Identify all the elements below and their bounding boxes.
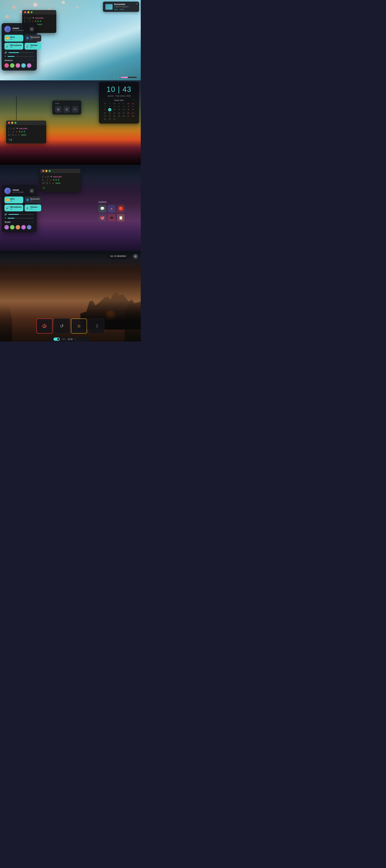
cp-tile-wifi-1[interactable]: 📶 Wi-fi On: [4, 35, 23, 41]
cal-day-24[interactable]: 24: [112, 115, 116, 117]
cal-day-11[interactable]: 11: [117, 108, 121, 111]
terminal-body-3: ( \./) ♥ awesome ( _ ) 🔸 6.6.8 c( )( ) 🔸…: [40, 173, 81, 192]
ql-drive[interactable]: 🔺: [108, 205, 115, 212]
min-dot-3[interactable]: [46, 170, 48, 172]
cal-day-25[interactable]: 25: [117, 115, 121, 117]
close-dot-3[interactable]: [42, 170, 44, 172]
close-dot-2[interactable]: [8, 122, 10, 124]
color-swatch-3[interactable]: [16, 63, 20, 68]
ql-gmail[interactable]: ✉: [108, 214, 115, 222]
cp-theme-arrows-2[interactable]: 〈 〉 ✓: [27, 221, 34, 223]
cal-prev-btn[interactable]: ←: [103, 99, 105, 101]
power-sleep-btn[interactable]: ☽: [88, 318, 105, 334]
cal-day-6[interactable]: 6: [126, 105, 130, 108]
cal-day-1[interactable]: 1: [103, 105, 107, 108]
terminal-line-3-2: ( _ ) 🔸 6.6.8: [42, 179, 79, 182]
cal-day-15[interactable]: 15: [103, 112, 107, 114]
cp-settings-btn-1[interactable]: ⊞: [30, 27, 34, 31]
ql-whatsapp[interactable]: 💬: [98, 205, 106, 212]
cp-uptime-1: up 29 minutes: [12, 29, 30, 31]
cal-day-19[interactable]: 19: [122, 112, 126, 114]
close-dot-1[interactable]: [24, 11, 26, 13]
color-swatch-2[interactable]: [10, 63, 14, 68]
cal-day-28[interactable]: 28: [131, 115, 135, 117]
cal-day-2[interactable]: 2: [108, 105, 112, 108]
cal-day-12[interactable]: 12: [122, 108, 126, 111]
cal-day-31[interactable]: 31: [112, 118, 116, 120]
cal-day-3[interactable]: 3: [112, 105, 116, 108]
cal-day-5[interactable]: 5: [122, 105, 126, 108]
cp-tile-mic-2[interactable]: 🎤 Microphone On: [4, 205, 23, 211]
tool-btn-resize[interactable]: ⊟: [63, 106, 70, 113]
tools-buttons: ⊞ ⊟ ✏: [55, 106, 79, 113]
cal-empty-1: [117, 118, 121, 120]
tool-btn-draw[interactable]: ✏: [72, 106, 79, 113]
ql-reddit[interactable]: 🔴: [117, 205, 125, 212]
bluetooth-label-2: Bluetooth: [30, 198, 40, 200]
cal-day-7[interactable]: 7: [131, 105, 135, 108]
ql-stack[interactable]: 📋: [117, 214, 125, 222]
cp-tile-bluetooth-1[interactable]: 🔵 Bluetooth Off: [25, 35, 41, 41]
notif-close-btn[interactable]: ✕: [136, 2, 138, 5]
cal-day-13[interactable]: 13: [126, 108, 130, 111]
bright-slider-1[interactable]: [8, 56, 34, 57]
cal-day-22[interactable]: 22: [103, 115, 107, 117]
cp-tile-bluetooth-2[interactable]: 🔵 Bluetooth Off: [25, 196, 41, 203]
clock-time: 10 | 43: [103, 85, 135, 94]
cal-day-17[interactable]: 17: [112, 112, 116, 114]
notif-save-btn[interactable]: Save: [114, 8, 118, 10]
power-logout-btn[interactable]: ⎋: [71, 318, 87, 334]
min-dot-1[interactable]: [27, 11, 29, 13]
max-dot-2[interactable]: [14, 122, 17, 124]
color-swatch-1[interactable]: [4, 63, 9, 68]
color-swatch-2-5[interactable]: [27, 225, 31, 229]
cp-tile-vol-1[interactable]: 🔊 Volume On: [25, 43, 41, 50]
taskbar-toggle[interactable]: [54, 338, 60, 341]
cal-day-21[interactable]: 21: [131, 112, 135, 114]
cal-day-16[interactable]: 16: [108, 112, 112, 114]
max-dot-1[interactable]: [31, 11, 33, 13]
color-swatch-2-1[interactable]: [4, 225, 9, 229]
cal-day-23[interactable]: 23: [108, 115, 112, 117]
cal-day-14[interactable]: 14: [131, 108, 135, 111]
cp-tile-vol-2[interactable]: 🔊 Volume On: [25, 205, 41, 211]
cal-day-4[interactable]: 4: [117, 105, 121, 108]
color-swatch-4[interactable]: [21, 63, 26, 68]
color-swatch-2-4[interactable]: [21, 225, 26, 229]
date-close-btn[interactable]: ✕: [133, 254, 138, 259]
color-swatch-5[interactable]: [27, 63, 31, 68]
tool-btn-crop[interactable]: ⊞: [55, 106, 61, 113]
cal-day-8[interactable]: 8: [103, 108, 107, 111]
cal-day-9-today[interactable]: 9: [108, 108, 111, 111]
cp-tile-mic-1[interactable]: 🎤 Microphone On: [4, 43, 23, 50]
cal-day-18[interactable]: 18: [117, 112, 121, 114]
vol-slider-1[interactable]: [8, 52, 34, 53]
cp-username-1: osmar: [12, 27, 30, 29]
cal-day-20[interactable]: 20: [126, 112, 130, 114]
cp-tile-wifi-info-2: Wi-fi On: [10, 198, 15, 202]
power-shutdown-btn[interactable]: ⏻: [36, 318, 53, 334]
bright-slider-2[interactable]: [8, 218, 34, 219]
bright-slider-icon-2: ☀: [4, 217, 6, 219]
cp-theme-arrows-1[interactable]: 〈 〉 ✓: [27, 59, 34, 62]
mic-label-2: Microphone: [10, 206, 22, 208]
progress-fill: [121, 77, 128, 78]
cal-header-su: Su: [131, 102, 135, 105]
cal-day-30[interactable]: 30: [108, 118, 112, 120]
color-swatch-2-3[interactable]: [16, 225, 20, 229]
cal-day-26[interactable]: 26: [122, 115, 126, 117]
cp-settings-btn-2[interactable]: ⊞: [30, 189, 34, 193]
ql-github[interactable]: 🐙: [98, 214, 106, 222]
max-dot-3[interactable]: [49, 170, 51, 172]
power-reboot-btn[interactable]: ↺: [54, 318, 70, 334]
mic-icon-1: 🎤: [6, 45, 9, 48]
notif-saved-btn[interactable]: Saved: [119, 8, 124, 10]
cal-day-29[interactable]: 29: [103, 118, 107, 120]
min-dot-2[interactable]: [11, 122, 13, 124]
cal-day-10[interactable]: 10: [112, 108, 116, 111]
cp-tile-wifi-2[interactable]: 📶 Wi-fi On: [4, 196, 23, 203]
cal-next-btn[interactable]: →: [133, 99, 135, 101]
cal-day-27[interactable]: 27: [126, 115, 130, 117]
color-swatch-2-2[interactable]: [10, 225, 14, 229]
vol-slider-2[interactable]: [8, 214, 34, 215]
